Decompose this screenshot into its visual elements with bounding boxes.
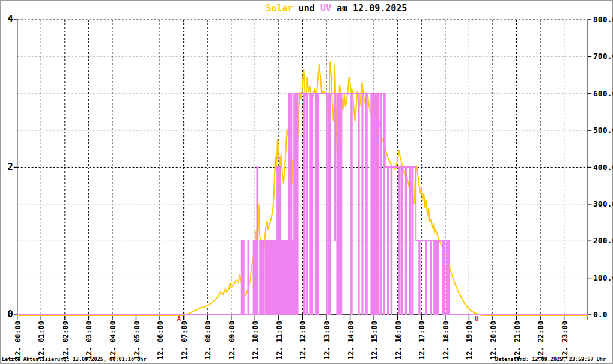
y-right-tick-label: 200.0 (593, 237, 613, 244)
data-state-text: Datenstand: 12.09.2025, 23:59:57 Uhr (495, 356, 606, 362)
x-tick-label: 12. 03:00 (85, 319, 93, 362)
y-right-tick-label: 0.0 (593, 311, 607, 318)
y-right-tick-label: 800.0 (593, 16, 613, 23)
x-tick-label: 12. 07:00 (180, 319, 188, 362)
y-right-tick-label: 100.0 (593, 274, 613, 282)
x-tick-label: 12. 22:00 (537, 319, 545, 362)
y-right-tick-label: 400.0 (593, 163, 613, 171)
x-tick-label: 12. 15:00 (371, 319, 379, 362)
weather-chart-page: { "window": { "background": "#ffffff", "… (0, 0, 613, 364)
x-tick-label: 12. 10:00 (252, 319, 260, 362)
x-tick-label: 12. 14:00 (347, 319, 355, 362)
x-tick-label: 12. 09:00 (228, 319, 236, 362)
x-tick-label: 12. 13:00 (323, 319, 331, 362)
y-left-tick-label: 0 (0, 309, 13, 319)
x-tick-label: 12. 20:00 (489, 319, 497, 362)
x-tick-label: 12. 11:00 (275, 319, 283, 362)
x-tick-label: 12. 19:00 (466, 319, 474, 362)
y-right-tick-label: 600.0 (593, 89, 613, 97)
y-right-tick-label: 500.0 (593, 126, 613, 134)
last-update-text: Letzte Aktualisierung: 13.09.2025, 00:01… (2, 356, 147, 362)
sunrise-marker: A (177, 316, 181, 322)
x-tick-label: 12. 12:00 (299, 319, 307, 362)
x-tick-label: 12. 18:00 (442, 319, 450, 362)
chart-canvas (0, 0, 613, 364)
x-tick-label: 12. 06:00 (157, 319, 165, 362)
x-tick-label: 12. 16:00 (394, 319, 402, 362)
x-tick-label: 12. 00:00 (14, 319, 22, 362)
x-tick-label: 12. 08:00 (204, 319, 212, 362)
x-tick-label: 12. 17:00 (418, 319, 426, 362)
x-tick-label: 12. 05:00 (133, 319, 141, 362)
y-right-tick-label: 700.0 (593, 52, 613, 60)
x-tick-label: 12. 23:00 (561, 319, 569, 362)
x-tick-label: 12. 01:00 (38, 319, 46, 362)
x-tick-label: 12. 02:00 (61, 319, 69, 362)
sunset-marker: U (475, 316, 478, 322)
x-tick-label: 12. 04:00 (109, 319, 117, 362)
y-right-tick-label: 300.0 (593, 200, 613, 208)
y-left-tick-label: 4 (0, 14, 13, 24)
y-left-tick-label: 2 (0, 162, 13, 172)
x-tick-label: 12. 21:00 (513, 319, 521, 362)
